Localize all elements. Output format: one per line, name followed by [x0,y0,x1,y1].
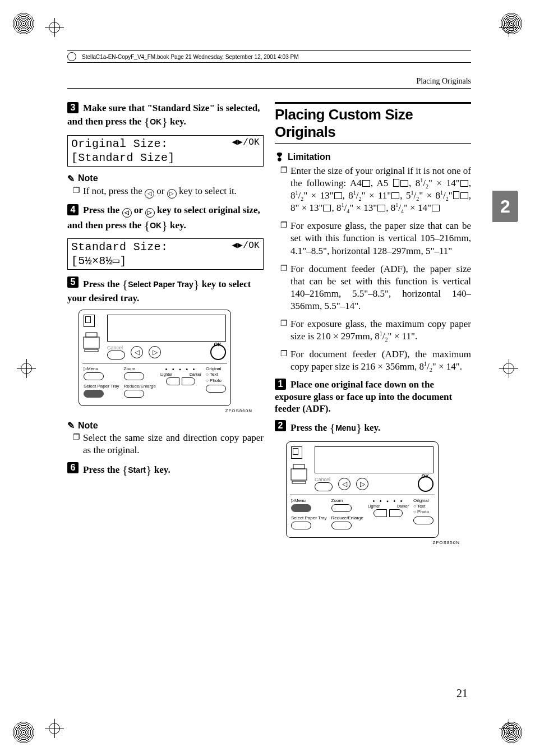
note-2-item: Select the same size and direction copy … [73,432,264,457]
running-head-rule [67,88,471,89]
svg-rect-5 [292,481,306,483]
original-label: Original [206,366,226,372]
step-number-icon: 4 [67,204,79,215]
menu-key-label: Menu [335,423,356,432]
landscape-icon [377,205,385,211]
zoom-label: Zoom [331,498,363,503]
registration-mark [499,18,518,37]
note-label: Note [78,421,98,431]
menu-button [84,372,104,380]
density-dots: • • ▪ • • [368,498,409,504]
panel-divider [290,495,435,495]
ok-key-label: OK [150,117,162,126]
cancel-button [107,351,125,359]
limitation-item-4: For exposure glass, the maximum copy pap… [280,318,471,343]
registration-mark [499,359,518,378]
copier-icon [290,462,310,485]
re-label: Reduce/Enlarge [331,515,363,520]
step-3-text-b: key. [168,116,186,127]
left-arrow-key-icon: ◁ [122,208,132,218]
menu-label: ▷Menu [84,366,119,371]
menu-label: ▷Menu [291,498,327,503]
limitation-item-2: For exposure glass, the paper size that … [280,220,471,257]
right-arrow-key-icon: ▷ [167,189,177,199]
landscape-icon [400,180,408,187]
re-label: Reduce/Enlarge [124,384,156,389]
section-rule [275,102,471,104]
cancel-label: Cancel [107,345,125,351]
limitation-item-5: For document feeder (ADF), the maximum c… [280,348,471,373]
page-number: 21 [456,687,468,700]
left-column: 3 Make sure that "Standard Size" is sele… [67,102,264,552]
svg-rect-1 [86,333,97,337]
spt-label: Select Paper Tray [84,384,119,389]
lcd2-line1-right: ◀▶/OK [232,240,260,254]
print-job-header: StellaC1a-EN-CopyF_V4_FM.book Page 21 We… [67,50,471,63]
step-3: 3 Make sure that "Standard Size" is sele… [67,102,264,130]
select-paper-tray-button [291,522,311,529]
lcd2-line1-left: Standard Size: [71,240,168,254]
left-arrow-button: ◁ [131,346,143,358]
registration-mark [499,719,518,738]
landscape-icon [362,180,370,187]
right-column: Placing Custom Size Originals Limitation… [275,102,471,552]
lighter-button [166,377,179,385]
right-arrow-key-icon: ▷ [145,208,155,218]
section-rule [275,143,471,144]
lcd2-line2: [5½×8½▭] [71,254,260,268]
reduce-enlarge-button [124,390,144,398]
darker-button [389,509,403,517]
cancel-label: Cancel [315,477,333,482]
landscape-icon [460,180,468,187]
step-5: 5 Press the {Select Paper Tray} key to s… [67,276,264,304]
svg-rect-4 [293,464,305,469]
landscape-icon [432,205,440,211]
start-key-label: Start [128,465,146,474]
svg-rect-0 [84,337,99,348]
limitation-heading: Limitation [275,150,471,164]
left-arrow-button: ◁ [338,478,350,490]
copier-icon [82,330,103,353]
print-job-header-text: StellaC1a-EN-CopyF_V4_FM.book Page 21 We… [82,54,299,60]
lighter-button [373,509,387,517]
svg-rect-2 [85,349,98,352]
landscape-icon [460,192,468,199]
step-6: 6 Press the {Start} key. [67,462,264,478]
cancel-button [315,482,333,491]
running-head: Placing Originals [67,77,471,86]
lcd1-line2: [Standard Size] [71,151,260,165]
step-4: 4 Press the ◁ or ▷ key to select origina… [67,204,264,233]
photo-mode-label: ○ Photo [206,378,226,384]
registration-mark [17,359,36,378]
landscape-icon [391,192,399,199]
control-panel-illustration: OK Cancel ◁ ▷ ▷Menu Select Paper Tray [79,310,231,406]
darker-label: Darker [397,504,409,508]
panel-lcd [107,315,226,342]
ok-button [418,476,433,492]
limitation-icon [275,150,284,164]
step-1: 1 Place one original face down on the ex… [275,379,471,414]
ok-key-label: OK [150,221,162,230]
original-button [206,385,226,393]
darker-button [182,377,195,385]
document-icon [84,315,95,327]
spt-label: Select Paper Tray [291,515,327,520]
panel-divider [82,363,227,363]
limitation-item-3: For document feeder (ADF), the paper siz… [280,263,471,312]
chapter-tab: 2 [492,191,518,222]
registration-mark [45,18,64,37]
text-mode-label: ○ Text [413,504,433,509]
select-paper-tray-button [84,390,104,398]
print-corner-mark [12,721,35,744]
portrait-icon [453,191,459,199]
step-2: 2 Press the {Menu} key. [275,420,471,436]
note-icon [67,173,75,184]
photo-mode-label: ○ Photo [413,509,433,515]
zoom-button [331,504,352,512]
document-icon [291,446,302,459]
note-heading: Note [67,420,264,431]
step-number-icon: 1 [275,379,286,390]
control-panel-illustration: OK Cancel ◁ ▷ ▷Menu Select Paper Tray [286,441,439,538]
reduce-enlarge-button [331,522,352,529]
print-corner-mark [12,12,35,35]
